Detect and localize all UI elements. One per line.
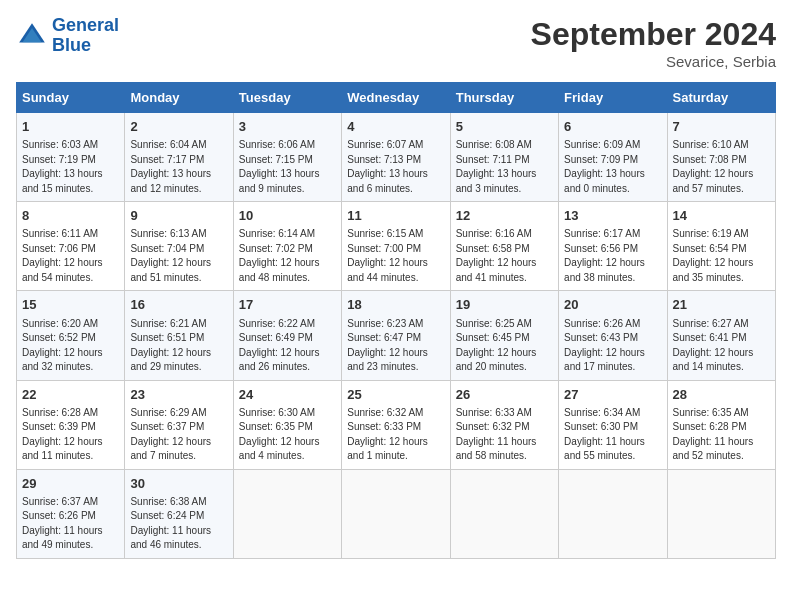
cell-sun-info: Sunrise: 6:37 AM Sunset: 6:26 PM Dayligh… (22, 495, 119, 553)
cell-sun-info: Sunrise: 6:29 AM Sunset: 6:37 PM Dayligh… (130, 406, 227, 464)
cell-sun-info: Sunrise: 6:26 AM Sunset: 6:43 PM Dayligh… (564, 317, 661, 375)
logo: General Blue (16, 16, 119, 56)
day-number: 20 (564, 296, 661, 314)
calendar-row-1: 1Sunrise: 6:03 AM Sunset: 7:19 PM Daylig… (17, 113, 776, 202)
weekday-header-row: SundayMondayTuesdayWednesdayThursdayFrid… (17, 83, 776, 113)
cell-sun-info: Sunrise: 6:19 AM Sunset: 6:54 PM Dayligh… (673, 227, 770, 285)
weekday-header-thursday: Thursday (450, 83, 558, 113)
day-number: 15 (22, 296, 119, 314)
calendar-cell: 10Sunrise: 6:14 AM Sunset: 7:02 PM Dayli… (233, 202, 341, 291)
weekday-header-friday: Friday (559, 83, 667, 113)
day-number: 7 (673, 118, 770, 136)
cell-sun-info: Sunrise: 6:28 AM Sunset: 6:39 PM Dayligh… (22, 406, 119, 464)
cell-sun-info: Sunrise: 6:14 AM Sunset: 7:02 PM Dayligh… (239, 227, 336, 285)
day-number: 2 (130, 118, 227, 136)
title-area: September 2024 Sevarice, Serbia (531, 16, 776, 70)
day-number: 17 (239, 296, 336, 314)
day-number: 1 (22, 118, 119, 136)
logo-general: General (52, 15, 119, 35)
day-number: 14 (673, 207, 770, 225)
cell-sun-info: Sunrise: 6:22 AM Sunset: 6:49 PM Dayligh… (239, 317, 336, 375)
cell-sun-info: Sunrise: 6:34 AM Sunset: 6:30 PM Dayligh… (564, 406, 661, 464)
day-number: 29 (22, 475, 119, 493)
logo-icon (16, 20, 48, 52)
day-number: 21 (673, 296, 770, 314)
cell-sun-info: Sunrise: 6:27 AM Sunset: 6:41 PM Dayligh… (673, 317, 770, 375)
calendar-cell: 23Sunrise: 6:29 AM Sunset: 6:37 PM Dayli… (125, 380, 233, 469)
cell-sun-info: Sunrise: 6:35 AM Sunset: 6:28 PM Dayligh… (673, 406, 770, 464)
calendar-cell (667, 469, 775, 558)
calendar-cell: 4Sunrise: 6:07 AM Sunset: 7:13 PM Daylig… (342, 113, 450, 202)
header: General Blue September 2024 Sevarice, Se… (16, 16, 776, 70)
day-number: 10 (239, 207, 336, 225)
calendar-cell: 6Sunrise: 6:09 AM Sunset: 7:09 PM Daylig… (559, 113, 667, 202)
calendar-cell: 8Sunrise: 6:11 AM Sunset: 7:06 PM Daylig… (17, 202, 125, 291)
calendar-cell (342, 469, 450, 558)
calendar-cell: 12Sunrise: 6:16 AM Sunset: 6:58 PM Dayli… (450, 202, 558, 291)
day-number: 28 (673, 386, 770, 404)
calendar-table: SundayMondayTuesdayWednesdayThursdayFrid… (16, 82, 776, 559)
cell-sun-info: Sunrise: 6:09 AM Sunset: 7:09 PM Dayligh… (564, 138, 661, 196)
calendar-cell (559, 469, 667, 558)
calendar-row-2: 8Sunrise: 6:11 AM Sunset: 7:06 PM Daylig… (17, 202, 776, 291)
calendar-cell: 24Sunrise: 6:30 AM Sunset: 6:35 PM Dayli… (233, 380, 341, 469)
day-number: 23 (130, 386, 227, 404)
weekday-header-wednesday: Wednesday (342, 83, 450, 113)
calendar-row-5: 29Sunrise: 6:37 AM Sunset: 6:26 PM Dayli… (17, 469, 776, 558)
day-number: 3 (239, 118, 336, 136)
calendar-cell: 3Sunrise: 6:06 AM Sunset: 7:15 PM Daylig… (233, 113, 341, 202)
day-number: 30 (130, 475, 227, 493)
calendar-cell: 9Sunrise: 6:13 AM Sunset: 7:04 PM Daylig… (125, 202, 233, 291)
cell-sun-info: Sunrise: 6:15 AM Sunset: 7:00 PM Dayligh… (347, 227, 444, 285)
cell-sun-info: Sunrise: 6:06 AM Sunset: 7:15 PM Dayligh… (239, 138, 336, 196)
calendar-cell (450, 469, 558, 558)
weekday-header-tuesday: Tuesday (233, 83, 341, 113)
calendar-cell: 19Sunrise: 6:25 AM Sunset: 6:45 PM Dayli… (450, 291, 558, 380)
day-number: 22 (22, 386, 119, 404)
calendar-cell: 14Sunrise: 6:19 AM Sunset: 6:54 PM Dayli… (667, 202, 775, 291)
calendar-cell: 11Sunrise: 6:15 AM Sunset: 7:00 PM Dayli… (342, 202, 450, 291)
day-number: 4 (347, 118, 444, 136)
cell-sun-info: Sunrise: 6:10 AM Sunset: 7:08 PM Dayligh… (673, 138, 770, 196)
calendar-row-3: 15Sunrise: 6:20 AM Sunset: 6:52 PM Dayli… (17, 291, 776, 380)
calendar-cell: 18Sunrise: 6:23 AM Sunset: 6:47 PM Dayli… (342, 291, 450, 380)
cell-sun-info: Sunrise: 6:17 AM Sunset: 6:56 PM Dayligh… (564, 227, 661, 285)
day-number: 27 (564, 386, 661, 404)
day-number: 13 (564, 207, 661, 225)
cell-sun-info: Sunrise: 6:25 AM Sunset: 6:45 PM Dayligh… (456, 317, 553, 375)
month-title: September 2024 (531, 16, 776, 53)
cell-sun-info: Sunrise: 6:30 AM Sunset: 6:35 PM Dayligh… (239, 406, 336, 464)
day-number: 19 (456, 296, 553, 314)
calendar-cell: 5Sunrise: 6:08 AM Sunset: 7:11 PM Daylig… (450, 113, 558, 202)
calendar-cell: 22Sunrise: 6:28 AM Sunset: 6:39 PM Dayli… (17, 380, 125, 469)
calendar-cell: 20Sunrise: 6:26 AM Sunset: 6:43 PM Dayli… (559, 291, 667, 380)
calendar-cell: 15Sunrise: 6:20 AM Sunset: 6:52 PM Dayli… (17, 291, 125, 380)
calendar-cell: 26Sunrise: 6:33 AM Sunset: 6:32 PM Dayli… (450, 380, 558, 469)
cell-sun-info: Sunrise: 6:16 AM Sunset: 6:58 PM Dayligh… (456, 227, 553, 285)
day-number: 26 (456, 386, 553, 404)
calendar-cell: 30Sunrise: 6:38 AM Sunset: 6:24 PM Dayli… (125, 469, 233, 558)
cell-sun-info: Sunrise: 6:11 AM Sunset: 7:06 PM Dayligh… (22, 227, 119, 285)
cell-sun-info: Sunrise: 6:13 AM Sunset: 7:04 PM Dayligh… (130, 227, 227, 285)
day-number: 24 (239, 386, 336, 404)
weekday-header-sunday: Sunday (17, 83, 125, 113)
calendar-cell: 16Sunrise: 6:21 AM Sunset: 6:51 PM Dayli… (125, 291, 233, 380)
calendar-row-4: 22Sunrise: 6:28 AM Sunset: 6:39 PM Dayli… (17, 380, 776, 469)
cell-sun-info: Sunrise: 6:33 AM Sunset: 6:32 PM Dayligh… (456, 406, 553, 464)
cell-sun-info: Sunrise: 6:32 AM Sunset: 6:33 PM Dayligh… (347, 406, 444, 464)
calendar-cell (233, 469, 341, 558)
day-number: 5 (456, 118, 553, 136)
cell-sun-info: Sunrise: 6:07 AM Sunset: 7:13 PM Dayligh… (347, 138, 444, 196)
calendar-cell: 7Sunrise: 6:10 AM Sunset: 7:08 PM Daylig… (667, 113, 775, 202)
calendar-cell: 13Sunrise: 6:17 AM Sunset: 6:56 PM Dayli… (559, 202, 667, 291)
logo-blue: Blue (52, 35, 91, 55)
weekday-header-saturday: Saturday (667, 83, 775, 113)
cell-sun-info: Sunrise: 6:23 AM Sunset: 6:47 PM Dayligh… (347, 317, 444, 375)
calendar-cell: 2Sunrise: 6:04 AM Sunset: 7:17 PM Daylig… (125, 113, 233, 202)
day-number: 6 (564, 118, 661, 136)
day-number: 18 (347, 296, 444, 314)
calendar-cell: 21Sunrise: 6:27 AM Sunset: 6:41 PM Dayli… (667, 291, 775, 380)
day-number: 12 (456, 207, 553, 225)
calendar-cell: 27Sunrise: 6:34 AM Sunset: 6:30 PM Dayli… (559, 380, 667, 469)
day-number: 8 (22, 207, 119, 225)
